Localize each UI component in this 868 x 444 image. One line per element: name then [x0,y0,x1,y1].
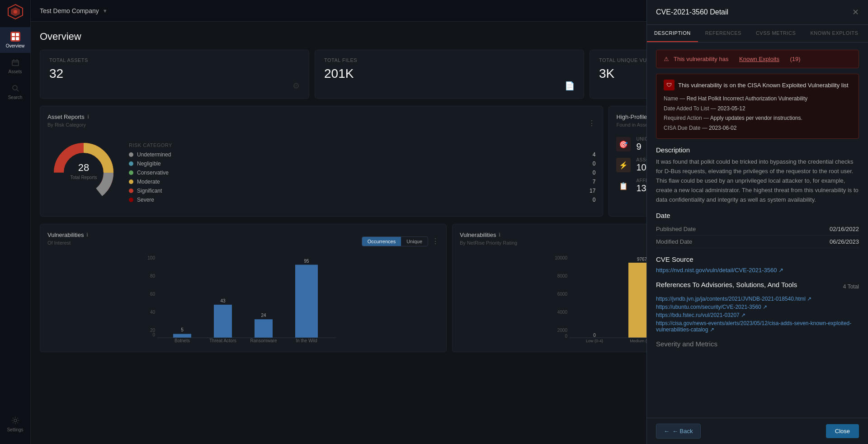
panel-tabs: DESCRIPTION REFERENCES CVSS METRICS KNOW… [647,25,868,43]
ref-link-0[interactable]: https://jvndb.jvn.jp/ja/contents/2021/JV… [656,296,859,302]
svg-text:28: 28 [78,162,89,173]
legend-item: Negligible0 [129,161,595,167]
sidebar-item-search[interactable]: Search [0,79,30,104]
svg-text:24: 24 [261,313,266,318]
ref-link-1[interactable]: https://ubuntu.com/security/CVE-2021-356… [656,304,859,310]
svg-text:10000: 10000 [555,255,567,260]
gear-icon [10,416,20,425]
svg-point-8 [13,85,17,90]
description-title: Description [656,146,859,154]
tab-cvss-metrics[interactable]: CVSS METRICS [749,25,803,42]
donut-chart: 28 Total Reports [47,137,120,209]
svg-text:4000: 4000 [557,310,568,315]
box-icon [10,57,20,67]
date-section: Date Published Date 02/16/2022 Modified … [656,212,859,248]
tab-references[interactable]: REFERENCES [698,25,749,42]
menu-dots[interactable]: ⋮ [588,119,595,128]
asset-reports-subtitle: By Risk Category [47,122,89,128]
occurrences-toggle[interactable]: Occurrences [362,237,401,246]
info-icon-vuln: ℹ [86,232,88,238]
cve-source-link[interactable]: https://nvd.nist.gov/vuln/detail/CVE-202… [656,267,859,274]
svg-text:40: 40 [150,310,156,315]
sidebar-item-assets[interactable]: Assets [0,53,30,79]
svg-text:0: 0 [152,332,155,337]
vuln-priority-subtitle: By NetRise Priority Rating [460,240,517,246]
svg-text:Threat Actors: Threat Actors [209,338,236,343]
description-text: It was found that polkit could be tricke… [656,157,859,204]
sidebar-item-label: Overview [6,43,25,48]
modified-value: 06/26/2023 [830,238,859,245]
svg-text:In the Wild: In the Wild [296,338,317,343]
published-label: Published Date [656,226,830,232]
sidebar-item-settings[interactable]: Settings [0,411,30,437]
sidebar-item-label: Search [8,95,23,100]
back-button[interactable]: ← ← Back [656,424,701,439]
app-logo[interactable] [7,4,24,20]
known-exploits-alert: ⚠ This vulnerability has Known Exploits … [656,50,859,68]
svg-text:95: 95 [304,259,309,264]
occurrences-toggle-group: Occurrences Unique [362,236,428,246]
unique-toggle[interactable]: Unique [401,237,428,246]
cve-detail-panel: CVE-2021-3560 Detail ✕ DESCRIPTION REFER… [646,0,868,444]
sidebar: Overview Assets Search Settings [0,0,31,444]
tab-description[interactable]: DESCRIPTION [647,25,698,42]
severity-title: Severity and Metrics [656,340,859,348]
panel-body: ⚠ This vulnerability has Known Exploits … [647,43,868,418]
legend-item: Undetermined4 [129,151,595,158]
refs-title: References To Advisories, Solutions, And… [656,281,797,288]
svg-text:80: 80 [150,274,156,279]
date-title: Date [656,212,859,219]
svg-line-9 [17,90,19,91]
alert-text: This vulnerability has [674,56,728,62]
cisa-icon: 🛡 [664,80,675,90]
svg-text:43: 43 [220,298,226,303]
ref-link-2[interactable]: https://bdu.fstec.ru/vul/2021-03207 ↗ [656,312,859,318]
svg-text:60: 60 [150,292,156,297]
cve-source-title: CVE Source [656,255,859,263]
stat-card-assets: TOTAL ASSETS 32 ⚙ [40,50,309,99]
tab-known-exploits[interactable]: KNOWN EXPLOITS [803,25,865,42]
company-name: Test Demo Company [40,7,99,14]
cisa-header: 🛡 This vulnerability is on the CISA Know… [664,80,851,90]
svg-text:5: 5 [181,327,184,332]
ref-link-3[interactable]: https://cisa.gov/news-events/alerts/2023… [656,320,859,333]
legend-item: Conservative0 [129,170,595,176]
alert-icon: ⚠ [664,56,669,62]
vuln-interest-card: Vulnerabilities ℹ Of Interest Occurrence… [40,224,447,352]
back-arrow-icon: ← [664,428,670,435]
svg-text:0: 0 [565,334,567,339]
menu-dots-vuln[interactable]: ⋮ [432,237,439,246]
panel-close-button[interactable]: ✕ [852,7,859,17]
vuln-interest-title: Vulnerabilities ℹ [47,231,88,238]
known-exploits-link[interactable]: Known Exploits [739,56,779,62]
risk-category-legend: RISK CATEGORY Undetermined4Negligible0Co… [129,142,595,203]
svg-rect-3 [12,33,15,36]
refs-count: 4 Total [843,283,859,290]
info-icon: ℹ [87,114,89,120]
svg-point-10 [14,419,17,422]
svg-text:Botnets: Botnets [175,338,190,343]
svg-text:Ransomware: Ransomware [250,338,277,343]
legend-item: Moderate7 [129,179,595,185]
vuln-interest-subtitle: Of Interest [47,240,88,246]
svg-rect-4 [16,33,19,36]
published-date-row: Published Date 02/16/2022 [656,223,859,236]
vuln-priority-title: Vulnerabilities ℹ [460,231,517,238]
sidebar-item-overview[interactable]: Overview [0,27,30,53]
references-section: References To Advisories, Solutions, And… [656,281,859,333]
stat-value-assets: 32 [49,66,300,81]
modified-label: Modified Date [656,238,830,245]
vuln-metric-icon: 📋 [616,179,631,193]
svg-rect-6 [16,37,19,40]
refs-header: References To Advisories, Solutions, And… [656,281,859,292]
chevron-down-icon[interactable]: ▼ [103,8,108,14]
panel-title: CVE-2021-3560 Detail [656,8,728,16]
svg-text:Low (0-4): Low (0-4) [586,339,603,343]
sidebar-item-label: Settings [7,427,23,432]
bar-in-the-wild [295,265,318,338]
settings-icon[interactable]: ⚙ [292,81,300,91]
search-icon [10,83,20,93]
cisa-box: 🛡 This vulnerability is on the CISA Know… [656,74,859,139]
svg-text:0: 0 [593,333,596,338]
close-action-button[interactable]: Close [826,424,859,438]
